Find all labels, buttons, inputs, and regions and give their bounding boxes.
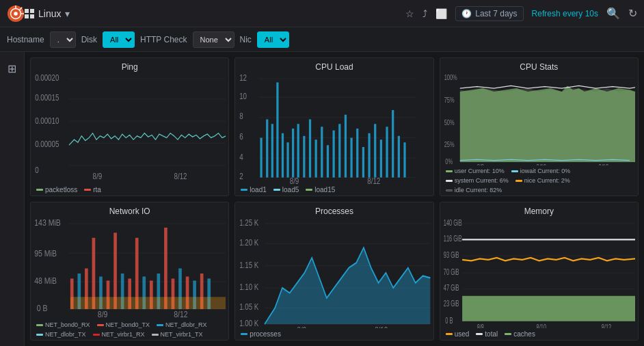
svg-text:8/10: 8/10 [536,322,546,328]
bond0rx-color [36,324,43,326]
svg-marker-117 [265,248,430,324]
legend-virbr1-tx: NET_virbr1_TX [152,331,203,338]
topbar: Linux ▾ ☆ ⤴ ⬜ 🕐 Last 7 days Refresh ever… [0,0,644,27]
ping-legend: packetloss rta [31,184,228,196]
dashboard-title[interactable]: Linux [38,8,61,19]
processes-chart-area: 1.25 K 1.20 K 1.15 K 1.10 K 1.05 K 1.00 … [235,217,433,328]
svg-text:8/12: 8/12 [598,163,608,165]
iowait-label: iowait Current: 0% [520,168,571,174]
cpu-load-legend: load1 load5 load15 [235,184,433,196]
load1-color [241,189,247,191]
processes-panel: Processes 1.25 K 1.20 K 1.15 K 1.10 K 1.… [234,202,433,341]
svg-rect-40 [309,120,311,178]
svg-rect-34 [277,83,279,178]
iowait-color [511,170,518,172]
http-check-select[interactable]: None [193,31,234,48]
network-io-title: Network IO [31,202,228,217]
bond0rx-label: NET_bond0_RX [45,321,90,328]
svg-rect-39 [304,136,306,178]
svg-text:116 GiB: 116 GiB [443,233,461,243]
rta-label: rta [93,186,101,194]
svg-marker-102 [70,297,226,309]
svg-text:8: 8 [239,111,243,120]
load15-color [306,189,312,191]
refresh-icon[interactable]: ↻ [628,7,637,20]
total-color [476,333,483,335]
svg-text:8/12: 8/12 [174,172,187,181]
svg-rect-55 [398,136,400,178]
svg-text:0%: 0% [445,157,453,165]
system-color [446,180,453,182]
memory-legend: used total caches [440,328,638,340]
svg-text:8/9: 8/9 [297,325,307,328]
disk-select[interactable]: All [103,31,135,48]
svg-rect-41 [315,139,317,177]
dashboard-title-area: Linux ▾ [25,8,70,19]
memory-chart-area: 140 GiB 116 GiB 93 GiB 70 GiB 47 GiB 23 … [440,217,638,328]
filterbar: Hostname . Disk All HTTP Check None Nic … [0,27,644,52]
svg-rect-32 [266,120,268,178]
star-icon[interactable]: ☆ [405,8,414,19]
svg-text:50%: 50% [444,118,454,127]
tv-icon[interactable]: ⬜ [435,8,447,19]
svg-rect-52 [380,139,382,177]
memory-panel: Memory 140 GiB 116 GiB 93 GiB 70 GiB 47 … [440,202,639,341]
caches-label: caches [513,330,535,338]
user-color [446,170,453,172]
svg-text:8/12: 8/12 [174,309,188,319]
svg-text:23 GiB: 23 GiB [443,297,459,308]
svg-text:0 B: 0 B [37,303,48,314]
svg-rect-44 [333,131,335,178]
svg-text:10: 10 [239,92,247,101]
svg-text:25%: 25% [444,139,454,148]
system-label: system Current: 6% [455,177,509,184]
cpu-load-chart: 12 10 8 6 4 2 8/9 8/12 [238,73,430,184]
svg-text:0: 0 [35,165,38,174]
svg-rect-31 [260,138,263,178]
legend-total: total [476,330,498,338]
nic-label: Nic [240,35,252,44]
http-check-label: HTTP Check [140,35,187,44]
dlobrx-label: NET_dlobr_RX [165,321,207,328]
legend-caches: caches [505,330,535,338]
share-icon[interactable]: ⤴ [422,8,427,19]
svg-text:143 MiB: 143 MiB [34,217,61,228]
legend-load15: load15 [306,186,335,194]
refresh-label[interactable]: Refresh every 10s [532,9,598,18]
svg-text:75%: 75% [444,95,454,104]
zoom-icon[interactable]: 🔍 [606,7,620,20]
time-range-picker[interactable]: 🕐 Last 7 days [455,6,523,21]
svg-point-2 [14,12,18,16]
legend-load1: load1 [241,186,266,194]
network-io-chart-area: 143 MiB 95 MiB 48 MiB 0 B 8/9 8/12 [31,217,228,319]
svg-text:8/9: 8/9 [98,309,108,319]
legend-virbr1-rx: NET_virbr1_RX [93,331,145,338]
processes-color [241,333,247,335]
processes-label: processes [250,330,281,338]
nic-select[interactable]: All [257,31,289,48]
svg-text:8/8: 8/8 [477,322,483,328]
dlobtx-label: NET_dlobr_TX [45,331,86,338]
bond0tx-color [97,324,104,326]
legend-used: used [446,330,470,338]
nice-label: nice Current: 2% [524,177,570,184]
virbr1tx-color [152,334,159,336]
ping-legend-rta: rta [84,186,101,194]
svg-text:0.00010: 0.00010 [35,116,59,125]
cpu-stats-legend: user Current: 10% iowait Current: 0% sys… [440,165,638,196]
svg-rect-38 [297,124,299,177]
caches-color [505,333,511,335]
svg-rect-35 [282,133,284,178]
svg-rect-50 [368,133,371,178]
dashboard-dropdown-arrow[interactable]: ▾ [65,8,70,19]
sidebar-grid-icon[interactable]: ⊞ [3,59,22,78]
packetloss-label: packetloss [45,186,77,194]
svg-rect-47 [351,138,353,178]
load5-label: load5 [282,186,299,194]
hostname-select[interactable]: . [50,31,76,48]
network-io-legend: NET_bond0_RX NET_bond0_TX NET_dlobr_RX N… [31,319,228,340]
svg-rect-42 [321,127,323,177]
virbr1tx-label: NET_virbr1_TX [161,331,203,338]
legend-dlobr-rx: NET_dlobr_RX [157,321,207,328]
svg-text:0 B: 0 B [445,315,453,325]
